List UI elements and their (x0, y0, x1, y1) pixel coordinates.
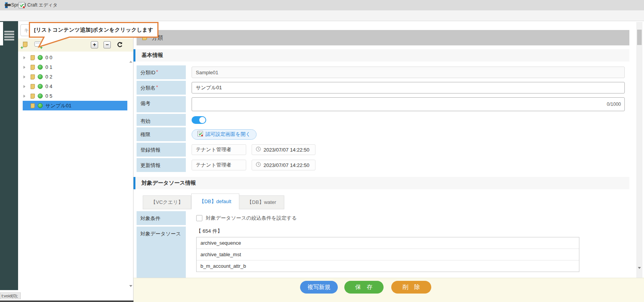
copy-new-button[interactable]: 複写新規 (300, 281, 338, 294)
basic-info-title: 基本情報 (142, 52, 163, 59)
status-text: t:void(0); (0, 292, 21, 299)
folder-icon (30, 64, 36, 70)
datasource-tabs: 【VCクエリ】 【DB】default 【DB】water (143, 194, 284, 209)
form-row-permission: 権限 認可設定画面を開く (137, 127, 625, 141)
tab-vc-query[interactable]: 【VCクエリ】 (143, 195, 191, 209)
status-dot-icon (38, 93, 43, 98)
category-id-label: 分類ID (140, 70, 155, 75)
tree-scroll-down-arrow[interactable] (129, 287, 132, 294)
condition-label: 対象条件 (140, 215, 160, 221)
tab-db-water[interactable]: 【DB】water (239, 195, 284, 209)
save-button[interactable]: 保 存 (344, 281, 384, 294)
tree-item[interactable]: 0 0 (23, 53, 127, 62)
datasource-count: 【 654 件】 (196, 227, 582, 235)
tree-collapse-all-button[interactable]: − (103, 41, 111, 48)
expand-arrow-icon[interactable] (23, 95, 30, 98)
refresh-icon (117, 43, 123, 49)
scroll-down-arrow[interactable] (638, 269, 641, 276)
folder-icon (30, 74, 36, 80)
updated-user-box: テナント管理者 (192, 160, 246, 170)
spreadsheet-check-icon (197, 131, 203, 138)
tree-expand-all-button[interactable]: + (91, 41, 98, 48)
bottom-edge-line (0, 300, 133, 302)
folder-icon (30, 83, 36, 90)
condition-checkbox[interactable] (196, 215, 202, 221)
title-bar: Spread Craft エディタ (0, 0, 644, 10)
datasource-section-header: 対象データソース情報 (133, 177, 629, 189)
form-row-updated: 更新情報 テナント管理者 2023/07/07 14:22:50 (137, 158, 625, 172)
tree-item[interactable]: 0 5 (23, 91, 127, 101)
updated-time: 2023/07/07 14:22:50 (264, 162, 309, 168)
spreadsheet-check-toolbar-button[interactable] (18, 2, 25, 8)
back-button[interactable] (4, 2, 12, 8)
clock-icon (256, 162, 261, 168)
folder-icon (30, 93, 36, 99)
open-authorization-button[interactable]: 認可設定画面を開く (192, 129, 257, 140)
required-asterisk: * (156, 69, 158, 75)
required-asterisk: * (156, 85, 158, 90)
scrollbar-thumb[interactable] (637, 30, 642, 45)
tab-db-default[interactable]: 【DB】default (191, 194, 239, 209)
rail-notch (0, 22, 3, 45)
tree-item[interactable]: 0 4 (23, 82, 127, 91)
tree-item-label: 0 5 (45, 93, 52, 99)
tree-refresh-button[interactable] (117, 42, 124, 49)
form-row-remarks: 備考 0/1000 (137, 96, 625, 112)
status-dot-icon (38, 55, 43, 60)
expand-arrow-icon[interactable] (23, 56, 30, 59)
top-toolbar (0, 10, 644, 21)
list-item[interactable]: b_m_account_attr_b (197, 260, 579, 272)
condition-checkbox-label: 対象データソースの絞込条件を設定する (206, 215, 297, 222)
form-row-category-name: 分類名* (137, 81, 625, 95)
expand-arrow-icon[interactable] (23, 85, 30, 88)
remarks-input[interactable] (192, 97, 625, 111)
tree-item[interactable]: 0 1 (23, 62, 127, 72)
status-dot-icon (38, 84, 43, 89)
main-content: 分類 基本情報 分類ID* 分類名* 備考 0/1000 (133, 21, 636, 278)
toggle-knob (199, 117, 205, 123)
expand-arrow-icon[interactable] (23, 66, 30, 69)
target-datasource-label: 対象データソース (140, 231, 181, 237)
form-row-registered: 登録情報 テナント管理者 2023/07/07 14:22:50 (137, 143, 625, 157)
tree-item-selected[interactable]: サンプル01 (23, 101, 127, 110)
add-category-button[interactable]: + (22, 41, 30, 49)
permission-label: 権限 (140, 132, 150, 137)
folder-icon (30, 103, 36, 109)
datasource-table: 対象条件 対象データソースの絞込条件を設定する 対象データソース 【 654 件… (137, 211, 582, 278)
list-item[interactable]: archive_sequence (197, 237, 579, 249)
status-dot-icon (38, 65, 43, 70)
registered-time: 2023/07/07 14:22:50 (264, 147, 309, 153)
status-dot-icon (38, 103, 43, 108)
form-row-enabled: 有効 (137, 114, 625, 126)
main-scrollbar[interactable] (636, 22, 642, 278)
status-dot-icon (38, 74, 43, 79)
tree-item[interactable]: 0 2 (23, 72, 127, 82)
updated-label: 更新情報 (140, 162, 160, 168)
tree-item-label: 0 2 (45, 74, 52, 80)
category-id-input[interactable] (192, 67, 625, 78)
expand-arrow-icon[interactable] (23, 75, 30, 78)
back-arrow-icon (4, 3, 11, 9)
spreadsheet-check-icon (18, 3, 25, 10)
menu-button[interactable] (4, 31, 14, 42)
basic-info-form: 分類ID* 分類名* 備考 0/1000 有効 (137, 65, 625, 172)
page-header: 分類 (137, 30, 629, 45)
left-rail (0, 21, 18, 290)
tree-panel: + + + − 0 0 (18, 21, 133, 302)
category-tree: 0 0 0 1 0 2 0 4 (18, 53, 133, 110)
category-name-input[interactable] (192, 82, 625, 93)
condition-row: 対象条件 対象データソースの絞込条件を設定する (137, 211, 582, 225)
enabled-toggle[interactable] (192, 116, 206, 124)
callout-tail (33, 37, 75, 50)
datasource-title: 対象データソース情報 (142, 180, 196, 187)
delete-button[interactable]: 削 除 (391, 281, 431, 294)
updated-user: テナント管理者 (196, 162, 231, 169)
category-name-label: 分類名 (140, 85, 155, 91)
tree-item-label: サンプル01 (45, 102, 72, 109)
tree-scroll-up-arrow[interactable] (129, 54, 132, 61)
folder-icon (30, 55, 36, 61)
list-item[interactable]: archive_table_mst (197, 249, 579, 260)
hamburger-icon (4, 31, 14, 40)
registered-time-box: 2023/07/07 14:22:50 (252, 144, 315, 155)
registered-user: テナント管理者 (196, 146, 231, 153)
